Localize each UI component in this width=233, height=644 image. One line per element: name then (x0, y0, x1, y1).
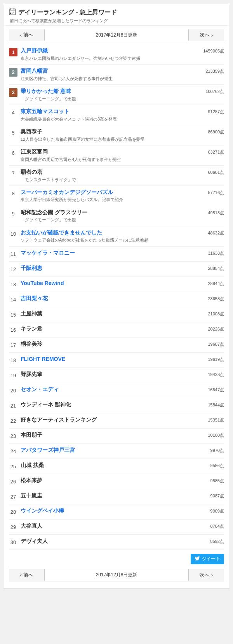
item-content: 乗りかかった船 意味 「グッドモーニング」で出題 (21, 88, 198, 102)
item-score: 9585点 (201, 478, 224, 484)
ranking-item-28: 28 ウイングベイ小樽 9009点 (9, 504, 224, 520)
item-title[interactable]: 吉田梨々花 (21, 295, 198, 303)
rank-number: 22 (9, 417, 17, 425)
item-score: 9009点 (201, 508, 224, 514)
item-desc: 「モンスターストライク」で (21, 177, 198, 183)
item-title[interactable]: ウイングベイ小樽 (21, 507, 198, 515)
tweet-button[interactable]: ツイート (191, 554, 224, 564)
item-title[interactable]: 本田朋子 (21, 431, 198, 439)
page-title: デイリーランキング - 急上昇ワード (9, 8, 224, 17)
ranking-item-6: 6 江東区富岡 富岡八幡宮の周辺で宮司ら4人が死傷する事件が発生 63271点 (9, 145, 224, 166)
ranking-item-21: 21 ウンディーネ 獣神化 15844点 (9, 398, 224, 413)
chevron-right-icon: › (211, 32, 213, 38)
svg-rect-8 (12, 13, 12, 14)
chevron-left-icon-bottom: ‹ (20, 572, 22, 578)
item-score: 9970点 (201, 448, 224, 453)
rank-number: 8 (9, 189, 17, 198)
item-title[interactable]: 野豚先輩 (21, 371, 198, 378)
twitter-icon (195, 556, 200, 562)
item-title[interactable]: ウンディーネ 獣神化 (21, 401, 198, 409)
item-score: 21008点 (201, 311, 224, 317)
rank-number: 18 (9, 356, 17, 365)
item-title[interactable]: 桐谷美玲 (21, 340, 198, 348)
ranking-item-19: 19 野豚先輩 19423点 (9, 368, 224, 383)
svg-rect-1 (10, 8, 11, 10)
item-score: 19619点 (201, 357, 224, 362)
calendar-icon (9, 8, 16, 17)
item-content: 大谷直人 (21, 522, 198, 530)
item-content: 土屋神葉 (21, 310, 198, 318)
rank-number: 14 (9, 296, 17, 304)
item-content: 五十嵐圭 (21, 492, 198, 500)
item-title[interactable]: デヴィ夫人 (21, 537, 198, 545)
item-content: FLIGHT REMOVE (21, 355, 198, 363)
ranking-item-13: 13 YouTube Rewind 28844点 (9, 277, 224, 292)
next-button-bottom[interactable]: 次へ › (189, 569, 224, 581)
prev-button-bottom[interactable]: ‹ 前へ (9, 569, 44, 581)
item-title[interactable]: 江東区富岡 (21, 148, 198, 156)
item-title[interactable]: セオン・エディ (21, 386, 198, 394)
ranking-item-14: 14 吉田梨々花 23658点 (9, 292, 224, 307)
item-title[interactable]: 土屋神葉 (21, 310, 198, 318)
svg-rect-4 (10, 12, 11, 12)
item-content: 吉田梨々花 (21, 295, 198, 303)
prev-button-top[interactable]: ‹ 前へ (9, 29, 44, 41)
item-title[interactable]: アパタワーズ神戸三宮 (21, 446, 198, 454)
item-score: 213359点 (201, 68, 224, 74)
item-desc: 東京大学宇宙線研究所が発売したパズル。記事で紹介 (21, 197, 198, 203)
item-title[interactable]: 覇者の塔 (21, 168, 198, 176)
header: デイリーランキング - 急上昇ワード 前日に比べて検索数が急増したワードのランキ… (4, 4, 229, 26)
rank-number: 13 (9, 280, 17, 289)
item-title[interactable]: YouTube Rewind (21, 280, 198, 287)
item-title[interactable]: スーパーカミオカンデジグソーパズル (21, 189, 198, 196)
item-title[interactable]: 東京五輪マスコット (21, 108, 198, 116)
item-title[interactable]: 千阪利恵 (21, 264, 198, 272)
item-score: 28844点 (201, 281, 224, 287)
ranking-item-16: 16 キラン君 20226点 (9, 322, 224, 338)
item-title[interactable]: お支払いが確認できませんでした (21, 229, 198, 237)
rank-number: 4 (9, 108, 17, 117)
item-title[interactable]: マッケイラ・マロニー (21, 249, 198, 257)
item-title[interactable]: 山城 扶桑 (21, 462, 198, 469)
item-title[interactable]: 昭和記念公園 グラスツリー (21, 209, 198, 217)
item-score: 57716点 (201, 190, 224, 196)
item-title[interactable]: FLIGHT REMOVE (21, 355, 198, 363)
item-title[interactable]: 富岡八幡宮 (21, 67, 198, 75)
item-content: 入戸野伊織 東京バレエ団所属のバレエダンサー。強制わいせつ容疑で逮捕 (21, 47, 198, 61)
rank-number: 9 (9, 210, 17, 218)
item-score: 20226点 (201, 326, 224, 332)
item-title[interactable]: 松本来夢 (21, 477, 198, 485)
item-content: デヴィ夫人 (21, 537, 198, 545)
item-score: 15844点 (201, 402, 224, 408)
item-score: 9586点 (201, 463, 224, 469)
item-title[interactable]: 奥西恭子 (21, 128, 198, 136)
ranking-item-24: 24 アパタワーズ神戸三宮 9970点 (9, 444, 224, 459)
item-score: 28854点 (201, 266, 224, 271)
rank-number: 21 (9, 402, 17, 410)
item-title[interactable]: 乗りかかった船 意味 (21, 88, 198, 95)
ranking-item-30: 30 デヴィ夫人 8592点 (9, 535, 224, 550)
next-button-top[interactable]: 次へ › (189, 29, 224, 41)
item-content: 好きなアーティストランキング (21, 416, 198, 424)
item-title[interactable]: 五十嵐圭 (21, 492, 198, 500)
item-score: 9087点 (201, 493, 224, 499)
item-title[interactable]: 入戸野伊織 (21, 47, 198, 55)
ranking-item-2: 2 富岡八幡宮 江東区の神社。宮司ら4人が死傷する事件が発生 213359点 (9, 65, 224, 85)
ranking-item-29: 29 大谷直人 8784点 (9, 520, 224, 535)
item-content: ウイングベイ小樽 (21, 507, 198, 515)
item-title[interactable]: キラン君 (21, 325, 198, 333)
item-score: 23658点 (201, 296, 224, 302)
item-score: 49513点 (201, 210, 224, 216)
item-score: 10100点 (201, 432, 224, 438)
item-desc: 大会組織委員会が大会マスコット候補の3案を発表 (21, 116, 198, 122)
rank-number: 23 (9, 432, 17, 441)
item-title[interactable]: 大谷直人 (21, 522, 198, 530)
rank-number: 6 (9, 149, 17, 158)
ranking-item-1: 1 入戸野伊織 東京バレエ団所属のバレエダンサー。強制わいせつ容疑で逮捕 145… (9, 44, 224, 65)
item-content: マッケイラ・マロニー (21, 249, 198, 257)
ranking-item-8: 8 スーパーカミオカンデジグソーパズル 東京大学宇宙線研究所が発売したパズル。記… (9, 186, 224, 206)
svg-rect-7 (10, 13, 11, 14)
ranking-item-10: 10 お支払いが確認できませんでした ソフトウェア会社のAdobeが社名をかたっ… (9, 226, 224, 247)
item-title[interactable]: 好きなアーティストランキング (21, 416, 198, 424)
item-score: 8784点 (201, 523, 224, 529)
